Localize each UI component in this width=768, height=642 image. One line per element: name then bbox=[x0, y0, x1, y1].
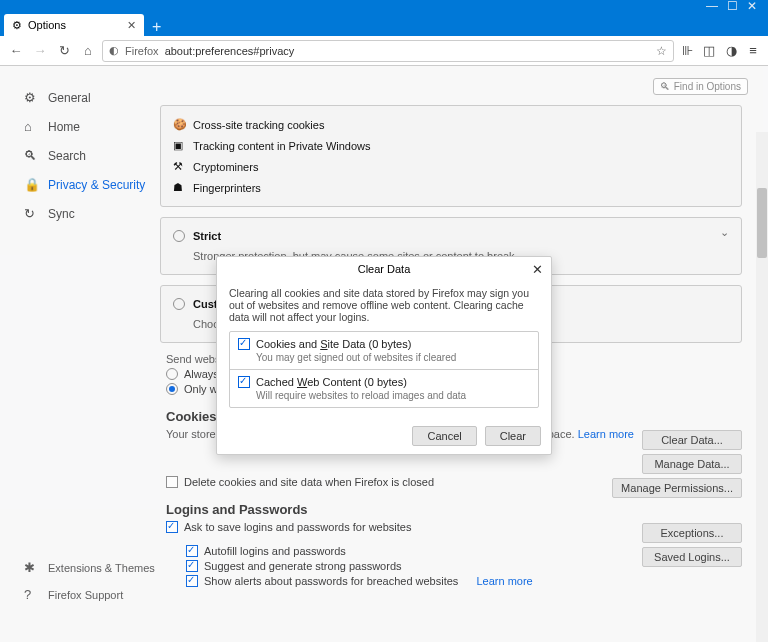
home-button[interactable]: ⌂ bbox=[78, 43, 98, 58]
tracking-standard-panel: 🍪Cross-site tracking cookies ▣Tracking c… bbox=[160, 105, 742, 207]
cookies-checkbox[interactable] bbox=[238, 338, 250, 350]
exceptions-button[interactable]: Exceptions... bbox=[642, 523, 742, 543]
sidebar-toggle-icon[interactable]: ◫ bbox=[700, 43, 718, 58]
delete-on-close-checkbox[interactable] bbox=[166, 476, 178, 488]
saved-logins-button[interactable]: Saved Logins... bbox=[642, 547, 742, 567]
firefox-identity-icon: ◐ bbox=[109, 44, 119, 57]
fingerprint-icon: ☗ bbox=[173, 181, 185, 194]
library-icon[interactable]: ⊪ bbox=[678, 43, 696, 58]
radio-strict[interactable] bbox=[173, 230, 185, 242]
cookie-icon: 🍪 bbox=[173, 118, 185, 131]
sync-icon: ↻ bbox=[24, 206, 38, 221]
radio-custom[interactable] bbox=[173, 298, 185, 310]
sidebar-extensions[interactable]: ✱Extensions & Themes bbox=[24, 560, 160, 575]
find-in-options-input[interactable]: 🔍︎ Find in Options bbox=[653, 78, 748, 95]
logins-learn-more-link[interactable]: Learn more bbox=[476, 575, 532, 587]
clear-data-dialog: Clear Data ✕ Clearing all cookies and si… bbox=[216, 256, 552, 455]
search-icon: 🔍︎ bbox=[660, 81, 670, 92]
reload-button[interactable]: ↻ bbox=[54, 43, 74, 58]
minimize-button[interactable]: — bbox=[702, 0, 722, 13]
sidebar-item-general[interactable]: ⚙General bbox=[24, 90, 160, 105]
autofill-checkbox[interactable] bbox=[186, 545, 198, 557]
radio-onlywhen[interactable] bbox=[166, 383, 178, 395]
close-tab-icon[interactable]: ✕ bbox=[127, 19, 136, 32]
forward-button: → bbox=[30, 43, 50, 58]
clear-data-button[interactable]: Clear Data... bbox=[642, 430, 742, 450]
dialog-title: Clear Data ✕ bbox=[217, 257, 551, 281]
help-icon: ? bbox=[24, 587, 38, 602]
search-icon: 🔍︎ bbox=[24, 148, 38, 163]
maximize-button[interactable]: ☐ bbox=[722, 0, 742, 13]
ask-save-logins-checkbox[interactable] bbox=[166, 521, 178, 533]
dialog-description: Clearing all cookies and site data store… bbox=[229, 287, 539, 323]
app-menu-icon[interactable]: ≡ bbox=[744, 43, 762, 58]
preferences-sidebar: ⚙General ⌂Home 🔍︎Search 🔒Privacy & Secur… bbox=[0, 66, 160, 642]
sidebar-item-search[interactable]: 🔍︎Search bbox=[24, 148, 160, 163]
dialog-close-button[interactable]: ✕ bbox=[532, 262, 543, 277]
identity-label: Firefox bbox=[125, 45, 159, 57]
breach-alerts-checkbox[interactable] bbox=[186, 575, 198, 587]
tab-title: Options bbox=[28, 19, 121, 31]
url-text: about:preferences#privacy bbox=[165, 45, 650, 57]
logins-section-title: Logins and Passwords bbox=[166, 502, 748, 517]
puzzle-icon: ✱ bbox=[24, 560, 38, 575]
lock-icon: 🔒 bbox=[24, 177, 38, 192]
navigation-toolbar: ← → ↻ ⌂ ◐ Firefox about:preferences#priv… bbox=[0, 36, 768, 66]
suggest-passwords-checkbox[interactable] bbox=[186, 560, 198, 572]
url-bar[interactable]: ◐ Firefox about:preferences#privacy ☆ bbox=[102, 40, 674, 62]
sidebar-support[interactable]: ?Firefox Support bbox=[24, 587, 160, 602]
tab-strip: ⚙ Options ✕ + bbox=[0, 11, 768, 36]
gear-icon: ⚙ bbox=[12, 19, 22, 32]
gear-icon: ⚙ bbox=[24, 90, 38, 105]
dialog-clear-button[interactable]: Clear bbox=[485, 426, 541, 446]
addons-icon[interactable]: ◑ bbox=[722, 43, 740, 58]
home-icon: ⌂ bbox=[24, 119, 38, 134]
dialog-options-group: Cookies and Site Data (0 bytes) You may … bbox=[229, 331, 539, 408]
chevron-down-icon: ⌄ bbox=[720, 226, 729, 239]
pickaxe-icon: ⚒ bbox=[173, 160, 185, 173]
bookmark-star-icon[interactable]: ☆ bbox=[656, 44, 667, 58]
cache-checkbox[interactable] bbox=[238, 376, 250, 388]
scrollbar-track[interactable] bbox=[756, 132, 768, 642]
cached-web-option[interactable]: Cached Web Content (0 bytes) Will requir… bbox=[230, 369, 538, 407]
window-titlebar: — ☐ ✕ bbox=[0, 0, 768, 11]
dialog-cancel-button[interactable]: Cancel bbox=[412, 426, 476, 446]
manage-permissions-button[interactable]: Manage Permissions... bbox=[612, 478, 742, 498]
sidebar-item-home[interactable]: ⌂Home bbox=[24, 119, 160, 134]
cookies-sitedata-option[interactable]: Cookies and Site Data (0 bytes) You may … bbox=[230, 332, 538, 369]
window-icon: ▣ bbox=[173, 139, 185, 152]
content-area: ⚙General ⌂Home 🔍︎Search 🔒Privacy & Secur… bbox=[0, 66, 768, 642]
browser-tab-options[interactable]: ⚙ Options ✕ bbox=[4, 14, 144, 36]
sidebar-item-privacy[interactable]: 🔒Privacy & Security bbox=[24, 177, 160, 192]
radio-always[interactable] bbox=[166, 368, 178, 380]
cookies-learn-more-link[interactable]: Learn more bbox=[578, 428, 634, 440]
close-window-button[interactable]: ✕ bbox=[742, 0, 762, 13]
new-tab-button[interactable]: + bbox=[144, 18, 169, 36]
sidebar-item-sync[interactable]: ↻Sync bbox=[24, 206, 160, 221]
back-button[interactable]: ← bbox=[6, 43, 26, 58]
manage-data-button[interactable]: Manage Data... bbox=[642, 454, 742, 474]
scrollbar-thumb[interactable] bbox=[757, 188, 767, 258]
